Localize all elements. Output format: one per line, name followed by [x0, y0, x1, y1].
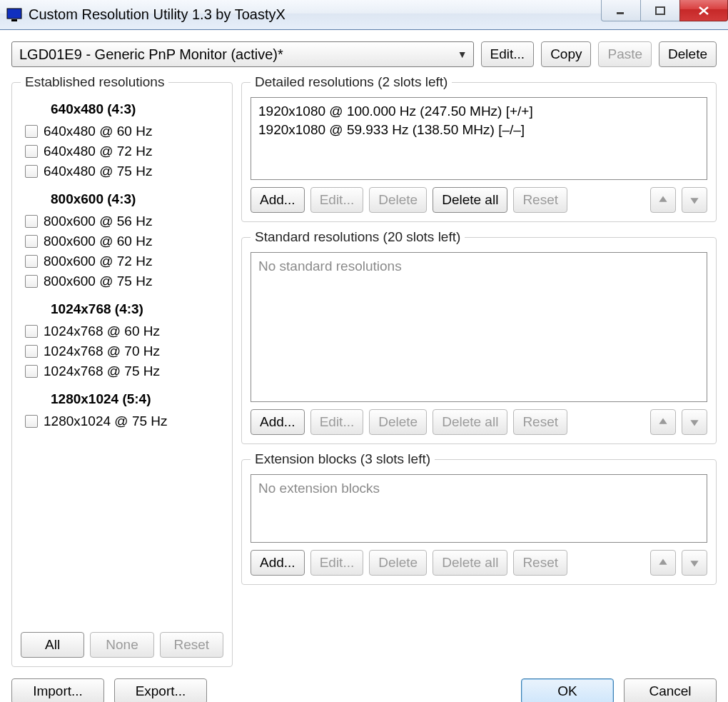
checkbox-icon[interactable]	[25, 275, 38, 288]
resolution-checkbox-row[interactable]: 800x600 @ 60 Hz	[21, 231, 223, 251]
edit-monitor-button[interactable]: Edit...	[481, 41, 535, 67]
resolution-checkbox-row[interactable]: 640x480 @ 75 Hz	[21, 161, 223, 181]
resolution-checkbox-row[interactable]: 1024x768 @ 75 Hz	[21, 361, 223, 381]
checkbox-icon[interactable]	[25, 255, 38, 268]
export-button[interactable]: Export...	[114, 678, 207, 702]
established-resolutions-group: Established resolutions 640x480 (4:3) 64…	[11, 74, 233, 667]
detailed-delete-all-button[interactable]: Delete all	[433, 187, 507, 213]
detailed-listbox[interactable]: 1920x1080 @ 100.000 Hz (247.50 MHz) [+/+…	[251, 97, 707, 180]
top-row: LGD01E9 - Generic PnP Monitor (active)* …	[11, 41, 717, 67]
resolution-checkbox-row[interactable]: 1024x768 @ 70 Hz	[21, 341, 223, 361]
monitor-select-text: LGD01E9 - Generic PnP Monitor (active)*	[19, 46, 457, 63]
extension-move-up-button	[650, 550, 676, 576]
res-group-head: 1280x1024 (5:4)	[21, 391, 223, 407]
extension-blocks-group: Extension blocks (3 slots left) No exten…	[241, 451, 717, 585]
extension-delete-button: Delete	[369, 550, 427, 576]
standard-move-up-button	[650, 409, 676, 435]
resolution-checkbox-row[interactable]: 1024x768 @ 60 Hz	[21, 321, 223, 341]
extension-delete-all-button: Delete all	[433, 550, 507, 576]
extension-listbox[interactable]: No extension blocks	[251, 474, 707, 543]
app-monitor-icon	[6, 6, 23, 24]
extension-move-down-button	[682, 550, 707, 576]
detailed-legend: Detailed resolutions (2 slots left)	[251, 74, 452, 90]
checkbox-icon[interactable]	[25, 215, 38, 228]
svg-rect-1	[11, 19, 17, 21]
detailed-move-up-button	[650, 187, 676, 213]
established-legend: Established resolutions	[21, 74, 168, 90]
standard-placeholder: No standard resolutions	[258, 259, 402, 274]
svg-rect-2	[617, 12, 624, 14]
extension-reset-button: Reset	[513, 550, 567, 576]
detailed-edit-button: Edit...	[310, 187, 364, 213]
standard-legend: Standard resolutions (20 slots left)	[251, 229, 465, 245]
chevron-down-icon: ▼	[457, 49, 467, 60]
client-area: LGD01E9 - Generic PnP Monitor (active)* …	[0, 30, 728, 702]
standard-reset-button: Reset	[513, 409, 567, 435]
footer-row: Import... Export... OK Cancel	[11, 678, 717, 702]
standard-listbox[interactable]: No standard resolutions	[251, 252, 707, 402]
extension-edit-button: Edit...	[310, 550, 364, 576]
established-reset-button: Reset	[160, 632, 223, 658]
detailed-resolutions-group: Detailed resolutions (2 slots left) 1920…	[241, 74, 717, 222]
list-item[interactable]: 1920x1080 @ 59.933 Hz (138.50 MHz) [–/–]	[258, 121, 699, 139]
res-group-head: 1024x768 (4:3)	[21, 301, 223, 317]
established-none-button: None	[90, 632, 153, 658]
extension-legend: Extension blocks (3 slots left)	[251, 451, 435, 467]
resolution-checkbox-row[interactable]: 800x600 @ 56 Hz	[21, 211, 223, 231]
detailed-add-button[interactable]: Add...	[251, 187, 305, 213]
detailed-delete-button: Delete	[369, 187, 427, 213]
established-all-button[interactable]: All	[21, 632, 84, 658]
standard-resolutions-group: Standard resolutions (20 slots left) No …	[241, 229, 717, 444]
checkbox-icon[interactable]	[25, 325, 38, 338]
standard-move-down-button	[682, 409, 707, 435]
res-group-head: 800x600 (4:3)	[21, 191, 223, 207]
resolution-checkbox-row[interactable]: 800x600 @ 72 Hz	[21, 251, 223, 271]
extension-add-button[interactable]: Add...	[251, 550, 305, 576]
detailed-reset-button: Reset	[513, 187, 567, 213]
res-group-head: 640x480 (4:3)	[21, 101, 223, 117]
checkbox-icon[interactable]	[25, 145, 38, 158]
standard-delete-all-button: Delete all	[433, 409, 507, 435]
extension-placeholder: No extension blocks	[258, 481, 380, 496]
paste-button: Paste	[598, 41, 652, 67]
window-controls	[602, 0, 728, 29]
checkbox-icon[interactable]	[25, 365, 38, 378]
checkbox-icon[interactable]	[25, 415, 38, 428]
cancel-button[interactable]: Cancel	[624, 678, 717, 702]
maximize-button[interactable]	[640, 0, 680, 21]
svg-rect-3	[656, 7, 664, 14]
minimize-button[interactable]	[601, 0, 641, 21]
window-title: Custom Resolution Utility 1.3 by ToastyX	[29, 6, 602, 23]
ok-button[interactable]: OK	[521, 678, 614, 702]
resolution-checkbox-row[interactable]: 640x480 @ 72 Hz	[21, 141, 223, 161]
standard-add-button[interactable]: Add...	[251, 409, 305, 435]
import-button[interactable]: Import...	[11, 678, 104, 702]
checkbox-icon[interactable]	[25, 165, 38, 178]
detailed-move-down-button	[682, 187, 707, 213]
standard-delete-button: Delete	[369, 409, 427, 435]
delete-monitor-button[interactable]: Delete	[659, 41, 717, 67]
list-item[interactable]: 1920x1080 @ 100.000 Hz (247.50 MHz) [+/+…	[258, 102, 699, 121]
resolution-checkbox-row[interactable]: 1280x1024 @ 75 Hz	[21, 411, 223, 431]
titlebar: Custom Resolution Utility 1.3 by ToastyX	[0, 0, 728, 30]
standard-edit-button: Edit...	[310, 409, 364, 435]
checkbox-icon[interactable]	[25, 125, 38, 138]
monitor-select[interactable]: LGD01E9 - Generic PnP Monitor (active)* …	[11, 41, 474, 67]
resolution-checkbox-row[interactable]: 640x480 @ 60 Hz	[21, 121, 223, 141]
svg-rect-0	[7, 9, 21, 19]
copy-button[interactable]: Copy	[541, 41, 591, 67]
resolution-checkbox-row[interactable]: 800x600 @ 75 Hz	[21, 271, 223, 291]
checkbox-icon[interactable]	[25, 345, 38, 358]
close-button[interactable]	[679, 0, 728, 21]
checkbox-icon[interactable]	[25, 235, 38, 248]
